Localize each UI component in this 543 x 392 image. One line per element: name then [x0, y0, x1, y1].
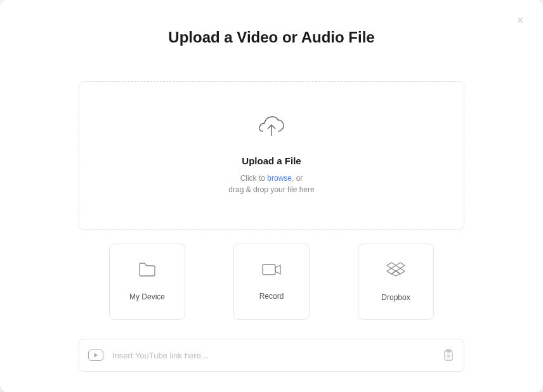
option-label: Dropbox — [381, 293, 410, 302]
browse-link[interactable]: browse — [267, 174, 292, 183]
dropzone-title: Upload a File — [242, 155, 301, 166]
options-row: My Device Record — [79, 244, 464, 320]
youtube-url-input[interactable] — [112, 351, 443, 360]
svg-marker-2 — [95, 353, 98, 358]
option-label: Record — [259, 292, 284, 301]
svg-rect-1 — [263, 265, 275, 275]
option-dropbox[interactable]: Dropbox — [358, 244, 434, 320]
cloud-upload-icon — [258, 116, 285, 140]
youtube-url-field[interactable] — [79, 339, 464, 372]
modal-content: Upload a File Click to browse, or drag &… — [79, 81, 464, 392]
close-button[interactable]: × — [514, 14, 527, 27]
close-icon: × — [517, 15, 524, 26]
option-label: My Device — [129, 292, 165, 301]
dropbox-icon — [386, 261, 405, 280]
dropzone-text-line2: drag & drop your file here — [228, 185, 314, 194]
folder-icon — [138, 262, 156, 280]
modal-title: Upload a Video or Audio File — [0, 29, 543, 46]
video-camera-icon — [261, 263, 282, 279]
option-record[interactable]: Record — [233, 244, 310, 320]
youtube-icon — [88, 350, 103, 361]
dropzone-text-prefix: Click to — [240, 174, 268, 183]
option-my-device[interactable]: My Device — [109, 244, 185, 320]
dropzone[interactable]: Upload a File Click to browse, or drag &… — [79, 81, 464, 230]
clipboard-icon[interactable] — [443, 349, 455, 362]
upload-modal: × Upload a Video or Audio File Upload a … — [0, 0, 543, 392]
dropzone-text-suffix: , or — [292, 174, 303, 183]
dropzone-text: Click to browse, or drag & drop your fil… — [228, 173, 314, 195]
